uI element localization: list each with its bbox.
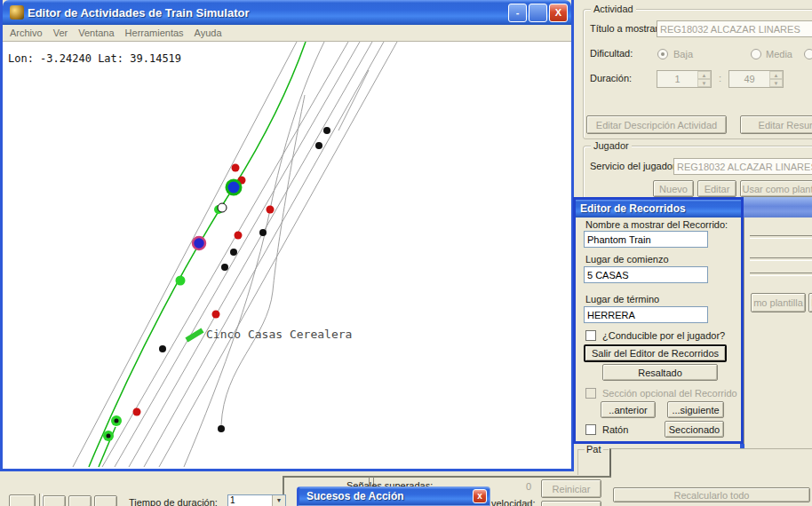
difficulty-label: Dificultad: <box>590 48 633 59</box>
minimize-button[interactable]: - <box>508 4 527 22</box>
sectioned-button[interactable]: Seccionado <box>665 421 724 438</box>
spin-up-icon[interactable]: ▲ <box>697 71 711 79</box>
duration-hours-value: 1 <box>657 71 697 87</box>
track-line[interactable] <box>73 42 297 467</box>
pat-group-label: Pat <box>585 444 603 455</box>
title-to-show-label: Título a mostrar: <box>590 23 661 34</box>
radio-difficulty-baja[interactable] <box>657 49 668 59</box>
track-line[interactable] <box>129 42 372 467</box>
spin-down-icon[interactable]: ▼ <box>697 79 711 87</box>
track-node-black[interactable] <box>159 345 166 352</box>
menu-ver[interactable]: Ver <box>53 28 68 38</box>
spin-down-icon[interactable]: ▼ <box>769 79 783 87</box>
signals-row2-value: 0 <box>526 500 531 506</box>
activity-title-input[interactable] <box>657 20 812 37</box>
drivable-checkbox[interactable] <box>585 330 596 341</box>
track-node-black[interactable] <box>323 127 330 134</box>
background-window-separator <box>750 273 812 276</box>
duration-minutes-spinner[interactable]: 49 ▲▼ <box>728 70 784 88</box>
radio-difficulty-media[interactable] <box>751 49 761 59</box>
map-area[interactable]: Lon: -3.24240 Lat: 39.14519 Cinco Casas … <box>3 42 571 469</box>
use-as-template-button[interactable]: Usar como plant <box>740 180 812 197</box>
route-end-input[interactable] <box>584 306 708 323</box>
exit-route-editor-button[interactable]: Salir del Editor de Recorridos <box>584 344 727 362</box>
action-events-window: Sucesos de Acción x <box>297 486 490 506</box>
route-start-input[interactable] <box>584 266 708 283</box>
action-events-close-button[interactable]: x <box>473 489 487 503</box>
route-name-input[interactable] <box>584 231 708 248</box>
track-line[interactable] <box>89 42 306 467</box>
track-node-black[interactable] <box>230 249 237 256</box>
track-line[interactable] <box>144 42 384 467</box>
track-map[interactable] <box>3 42 571 469</box>
previous-button[interactable]: ..anterior <box>601 401 656 418</box>
edit-description-button[interactable]: Editar Descripción Actividad <box>586 115 727 134</box>
route-editor-titlebar: Editor de Recorridos <box>576 200 741 217</box>
recalculate-all-button[interactable]: Recalcularlo todo <box>613 487 810 502</box>
track-node-black[interactable] <box>315 142 322 149</box>
main-window-title: Editor de Actividades de Train Simulator <box>28 6 249 20</box>
toolbar-button-4[interactable] <box>94 495 117 506</box>
menu-archivo[interactable]: Archivo <box>10 28 43 38</box>
track-line[interactable] <box>102 42 348 467</box>
close-button[interactable]: X <box>549 4 568 22</box>
clock-marker[interactable] <box>218 203 227 212</box>
track-node-green-center[interactable] <box>115 419 119 423</box>
time-combo-value: 1 <box>228 495 272 506</box>
route-start-label: Lugar de comienzo <box>585 254 669 265</box>
chevron-down-icon[interactable]: ▼ <box>272 495 285 506</box>
duration-separator: : <box>719 73 721 83</box>
toolbar-button-2[interactable] <box>43 495 66 506</box>
optional-section-checkbox-label: Sección opcional del Recorrido <box>602 388 737 399</box>
track-node-black[interactable] <box>259 229 267 236</box>
app-icon <box>10 5 24 20</box>
menu-ayuda[interactable]: Ayuda <box>195 28 222 38</box>
track-line[interactable] <box>184 42 324 467</box>
radio-difficulty-3[interactable] <box>804 49 812 59</box>
track-line[interactable] <box>115 42 360 467</box>
route-name-label: Nombre a mostrar del Recorrido: <box>585 219 728 230</box>
highlight-button[interactable]: Resaltado <box>602 364 718 381</box>
maximize-button[interactable] <box>529 4 547 22</box>
track-node-black[interactable] <box>218 425 225 432</box>
track-node-black[interactable] <box>221 264 228 271</box>
mouse-checkbox-label: Ratón <box>602 424 628 435</box>
duration-hours-spinner[interactable]: 1 ▲▼ <box>657 70 712 88</box>
waypoint-blue-green-ring[interactable] <box>227 180 241 194</box>
radio-difficulty-baja-label: Baja <box>673 49 693 59</box>
map-coords-label: Lon: -3.24240 Lat: 39.14519 <box>8 52 181 65</box>
track-node-red[interactable] <box>133 408 141 416</box>
menu-ventana[interactable]: Ventana <box>78 28 114 38</box>
track-node-green-center[interactable] <box>107 434 111 439</box>
next-button[interactable]: ...siguiente <box>667 401 724 418</box>
track-node-red[interactable] <box>235 232 243 240</box>
background-window-separator <box>750 235 812 239</box>
signals-row2-reset-button[interactable]: Reiniciar <box>541 501 601 506</box>
player-service-input[interactable] <box>673 158 812 175</box>
track-node-red[interactable] <box>212 311 220 319</box>
use-as-template-partial-button[interactable]: mo plantilla <box>751 293 806 312</box>
delete-partial-button[interactable]: Bo <box>808 293 812 312</box>
time-combo[interactable]: 1 ▼ <box>227 494 286 506</box>
track-node-red[interactable] <box>267 206 275 214</box>
track-line[interactable] <box>159 42 397 467</box>
toolbar-button-3[interactable] <box>68 495 92 506</box>
new-service-button[interactable]: Nuevo <box>653 180 694 197</box>
mouse-checkbox[interactable] <box>585 424 596 435</box>
edit-service-button[interactable]: Editar <box>697 180 736 197</box>
map-station-label: Cinco Casas Cerealera <box>206 328 352 341</box>
route-editor-title: Editor de Recorridos <box>580 202 686 215</box>
track-line[interactable] <box>187 330 203 340</box>
toolbar-button-1[interactable] <box>9 494 36 506</box>
optional-section-checkbox[interactable] <box>585 388 596 399</box>
menu-herramientas[interactable]: Herramientas <box>125 28 184 38</box>
background-window-titlebar <box>744 197 812 217</box>
signals-row1-reset-button[interactable]: Reiniciar <box>541 479 601 498</box>
menu-bar: Archivo Ver Ventana Herramientas Ayuda <box>3 25 571 42</box>
waypoint-blue-magenta-ring[interactable] <box>193 237 205 249</box>
main-window-titlebar: Editor de Actividades de Train Simulator… <box>3 0 571 25</box>
spin-up-icon[interactable]: ▲ <box>769 71 783 79</box>
edit-summary-button[interactable]: Editar Resumen <box>740 115 812 134</box>
track-node-green[interactable] <box>176 276 186 286</box>
track-node-red[interactable] <box>232 164 240 172</box>
